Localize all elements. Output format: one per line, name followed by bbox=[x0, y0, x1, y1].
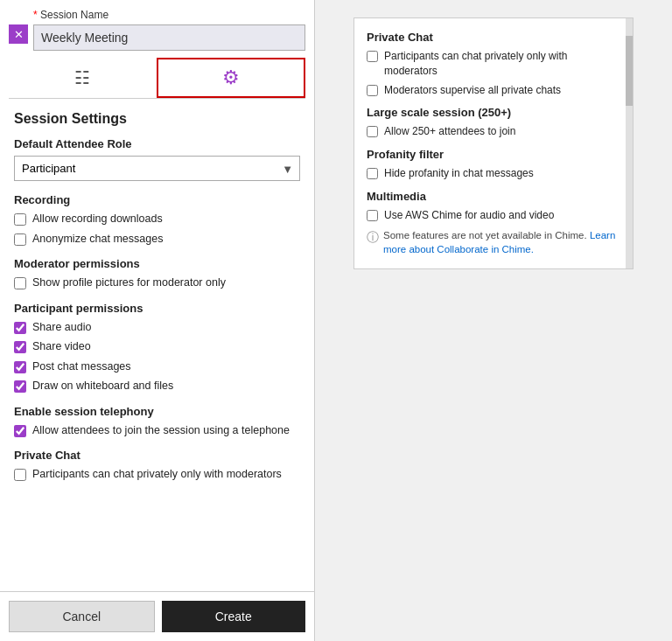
recording-label: Recording bbox=[14, 193, 300, 206]
rp-private-moderators-item: Participants can chat privately only wit… bbox=[367, 49, 620, 79]
show-profile-text: Show profile pictures for moderator only bbox=[32, 275, 226, 291]
post-chat-item: Post chat messages bbox=[14, 359, 300, 375]
rp-large-scale-text: Allow 250+ attendees to join bbox=[384, 124, 515, 139]
info-row: ⓘ Some features are not yet available in… bbox=[367, 228, 620, 256]
gear-icon: ⚙ bbox=[222, 66, 240, 89]
role-select-wrap: Participant Moderator ▼ bbox=[14, 156, 300, 181]
draw-whiteboard-item: Draw on whiteboard and files bbox=[14, 379, 300, 394]
tab-settings[interactable]: ⚙ bbox=[157, 58, 306, 98]
moderator-permissions-group: Moderator permissions Show profile pictu… bbox=[14, 257, 300, 291]
rp-profanity-item: Hide profanity in chat messages bbox=[367, 166, 620, 181]
rp-private-moderators-text: Participants can chat privately only wit… bbox=[384, 49, 620, 79]
participant-permissions-group: Participant permissions Share audio Shar… bbox=[14, 302, 300, 394]
close-button[interactable]: ✕ bbox=[9, 24, 28, 44]
list-icon: ☷ bbox=[74, 67, 90, 88]
draw-whiteboard-text: Draw on whiteboard and files bbox=[32, 379, 173, 394]
info-static-text: Some features are not yet available in C… bbox=[383, 230, 587, 240]
session-name-input[interactable] bbox=[33, 24, 305, 51]
recording-group: Recording Allow recording downloads Anon… bbox=[14, 193, 300, 247]
left-panel: ✕ * Session Name ☷ ⚙ Session Settings De… bbox=[0, 0, 315, 641]
rp-profanity-title: Profanity filter bbox=[367, 148, 620, 161]
rp-large-scale-title: Large scale session (250+) bbox=[367, 106, 620, 119]
rp-private-moderators-checkbox[interactable] bbox=[367, 51, 378, 62]
info-text: Some features are not yet available in C… bbox=[383, 228, 620, 256]
session-name-block: * Session Name bbox=[33, 9, 305, 51]
private-chat-left-group: Private Chat Participants can chat priva… bbox=[14, 449, 300, 483]
allow-recording-checkbox[interactable] bbox=[14, 213, 26, 226]
tabs-row: ☷ ⚙ bbox=[9, 58, 305, 99]
right-card: Private Chat Participants can chat priva… bbox=[354, 17, 634, 269]
rp-supervise-checkbox[interactable] bbox=[367, 85, 378, 96]
create-button[interactable]: Create bbox=[162, 601, 306, 632]
share-video-checkbox[interactable] bbox=[14, 341, 26, 353]
rp-large-scale-item: Allow 250+ attendees to join bbox=[367, 124, 620, 139]
share-audio-item: Share audio bbox=[14, 320, 300, 336]
right-scrollbar-thumb bbox=[626, 36, 633, 106]
anonymize-chat-checkbox[interactable] bbox=[14, 233, 26, 246]
rp-large-scale-checkbox[interactable] bbox=[367, 126, 378, 137]
footer-row: Cancel Create bbox=[0, 591, 314, 641]
right-scrollbar[interactable] bbox=[626, 18, 633, 268]
tab-list[interactable]: ☷ bbox=[9, 58, 157, 98]
show-profile-item: Show profile pictures for moderator only bbox=[14, 275, 300, 291]
share-audio-text: Share audio bbox=[32, 320, 91, 336]
anonymize-chat-item: Anonymize chat messages bbox=[14, 232, 300, 247]
session-telephony-label: Enable session telephony bbox=[14, 405, 300, 418]
share-video-text: Share video bbox=[32, 339, 91, 355]
show-profile-checkbox[interactable] bbox=[14, 277, 26, 289]
rp-profanity-text: Hide profanity in chat messages bbox=[384, 166, 534, 181]
allow-telephone-checkbox[interactable] bbox=[14, 425, 26, 437]
rp-aws-chime-checkbox[interactable] bbox=[367, 210, 378, 221]
anonymize-chat-text: Anonymize chat messages bbox=[32, 232, 163, 247]
private-moderators-left-checkbox[interactable] bbox=[14, 469, 26, 481]
participant-permissions-label: Participant permissions bbox=[14, 302, 300, 315]
rp-private-chat-title: Private Chat bbox=[367, 31, 620, 44]
draw-whiteboard-checkbox[interactable] bbox=[14, 380, 26, 393]
rp-supervise-text: Moderators supervise all private chats bbox=[384, 83, 561, 98]
rp-supervise-item: Moderators supervise all private chats bbox=[367, 83, 620, 98]
rp-aws-chime-text: Use AWS Chime for audio and video bbox=[384, 208, 554, 223]
post-chat-checkbox[interactable] bbox=[14, 361, 26, 373]
session-telephony-group: Enable session telephony Allow attendees… bbox=[14, 405, 300, 439]
allow-telephone-item: Allow attendees to join the session usin… bbox=[14, 423, 300, 439]
share-video-item: Share video bbox=[14, 339, 300, 355]
section-title: Session Settings bbox=[14, 111, 300, 127]
required-star: * bbox=[33, 9, 38, 21]
header-row: ✕ * Session Name bbox=[0, 0, 314, 51]
cancel-button[interactable]: Cancel bbox=[9, 601, 155, 632]
settings-scroll-area[interactable]: Session Settings Default Attendee Role P… bbox=[0, 99, 314, 591]
rp-multimedia-title: Multimedia bbox=[367, 190, 620, 203]
private-moderators-left-text: Participants can chat privately only wit… bbox=[32, 467, 282, 483]
role-select[interactable]: Participant Moderator bbox=[14, 156, 300, 181]
allow-recording-text: Allow recording downloads bbox=[32, 212, 163, 227]
right-panel: Private Chat Participants can chat priva… bbox=[315, 0, 672, 641]
share-audio-checkbox[interactable] bbox=[14, 322, 26, 334]
info-icon: ⓘ bbox=[367, 229, 379, 247]
post-chat-text: Post chat messages bbox=[32, 359, 131, 375]
allow-telephone-text: Allow attendees to join the session usin… bbox=[32, 423, 290, 439]
rp-profanity-checkbox[interactable] bbox=[367, 168, 378, 179]
session-name-label: * Session Name bbox=[33, 9, 305, 21]
moderator-permissions-label: Moderator permissions bbox=[14, 257, 300, 270]
default-role-label: Default Attendee Role bbox=[14, 137, 300, 150]
session-name-text: Session Name bbox=[40, 9, 108, 21]
allow-recording-item: Allow recording downloads bbox=[14, 212, 300, 227]
private-chat-left-label: Private Chat bbox=[14, 449, 300, 462]
private-moderators-left-item: Participants can chat privately only wit… bbox=[14, 467, 300, 483]
rp-aws-chime-item: Use AWS Chime for audio and video bbox=[367, 208, 620, 223]
